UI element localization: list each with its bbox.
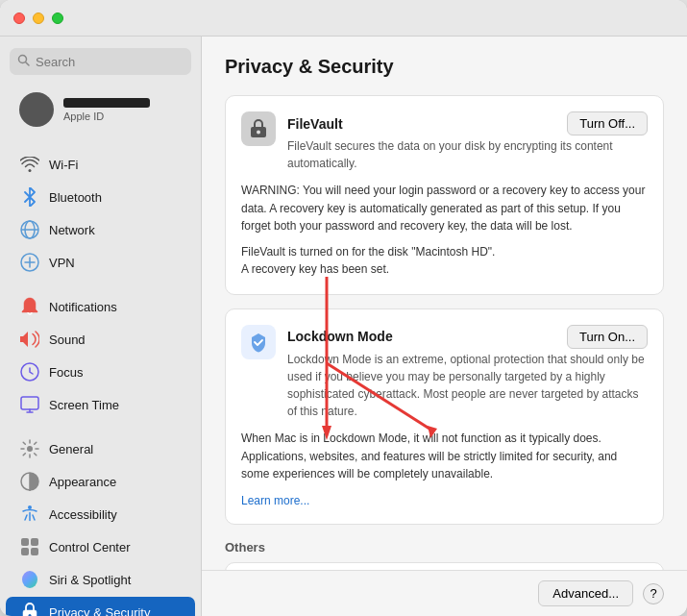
advanced-button[interactable]: Advanced... [538, 580, 633, 606]
network-icon [19, 219, 40, 240]
filevault-turn-off-button[interactable]: Turn Off... [567, 111, 648, 136]
lockdown-icon [241, 325, 276, 359]
close-button[interactable] [13, 12, 25, 24]
titlebar [0, 0, 687, 37]
lockdown-extra: When Mac is in Lockdown Mode, it will no… [241, 430, 648, 483]
help-button[interactable]: ? [643, 583, 664, 604]
sidebar-item-label-siri-spotlight: Siri & Spotlight [49, 573, 131, 587]
siri-icon [19, 569, 40, 590]
apple-id-name-bar [63, 98, 150, 108]
sidebar-item-general[interactable]: General [6, 433, 195, 464]
sidebar-item-label-wifi: Wi-Fi [49, 158, 78, 172]
bottom-bar: Advanced... ? [202, 570, 687, 616]
accessibility-icon [19, 504, 40, 525]
notifications-icon [19, 296, 40, 317]
learn-more-link[interactable]: Learn more... [241, 494, 309, 507]
lockdown-title: Lockdown Mode [287, 329, 393, 344]
sidebar-item-label-privacy-security: Privacy & Security [49, 605, 150, 617]
privacy-icon [19, 602, 40, 616]
sidebar: Apple ID Wi-Fi [0, 37, 202, 616]
sidebar-item-label-network: Network [49, 223, 95, 237]
svg-point-21 [257, 131, 260, 135]
others-list: Extensions › Profiles › [225, 562, 664, 570]
svg-rect-12 [31, 538, 38, 546]
sidebar-item-privacy-security[interactable]: Privacy & Security [6, 597, 195, 616]
page-title: Privacy & Security [225, 56, 664, 78]
svg-point-15 [22, 571, 37, 588]
search-input[interactable] [36, 55, 184, 69]
others-section-label: Others [225, 540, 664, 554]
apple-id-label: Apple ID [63, 111, 150, 122]
svg-rect-14 [31, 548, 38, 555]
sidebar-item-label-general: General [49, 442, 93, 456]
sidebar-item-network[interactable]: Network [6, 214, 195, 245]
sidebar-item-screen-time[interactable]: Screen Time [6, 389, 195, 420]
lockdown-text: Lockdown Mode Turn On... Lockdown Mode i… [287, 325, 648, 420]
apple-id-info: Apple ID [63, 98, 150, 122]
lockdown-description: Lockdown Mode is an extreme, optional pr… [287, 351, 648, 420]
general-icon [19, 438, 40, 459]
apple-id-section[interactable]: Apple ID [6, 86, 195, 135]
sidebar-item-accessibility[interactable]: Accessibility [6, 499, 195, 530]
main-content: Privacy & Security [202, 37, 687, 570]
search-icon [17, 53, 30, 70]
lockdown-card: Lockdown Mode Turn On... Lockdown Mode i… [225, 308, 664, 525]
filevault-warning: WARNING: You will need your login passwo… [241, 182, 648, 235]
sidebar-item-label-sound: Sound [49, 333, 86, 347]
svg-rect-13 [21, 548, 29, 555]
extensions-row[interactable]: Extensions › [226, 563, 663, 570]
vpn-icon [19, 252, 40, 273]
minimize-button[interactable] [33, 12, 44, 24]
sidebar-item-notifications[interactable]: Notifications [6, 291, 195, 322]
sidebar-item-bluetooth[interactable]: Bluetooth [6, 182, 195, 212]
sidebar-item-sound[interactable]: Sound [6, 324, 195, 355]
sidebar-item-control-center[interactable]: Control Center [6, 531, 195, 562]
sidebar-item-siri-spotlight[interactable]: Siri & Spotlight [6, 564, 195, 595]
lockdown-header: Lockdown Mode Turn On... Lockdown Mode i… [241, 325, 648, 420]
sidebar-item-label-bluetooth: Bluetooth [49, 190, 102, 205]
lockdown-turn-on-button[interactable]: Turn On... [567, 325, 648, 349]
filevault-title-row: FileVault Turn Off... [287, 111, 648, 136]
bluetooth-icon [19, 186, 40, 208]
focus-icon [19, 361, 40, 382]
screen-time-icon [19, 394, 40, 415]
sidebar-item-label-control-center: Control Center [49, 540, 131, 554]
svg-rect-7 [21, 397, 38, 409]
sidebar-item-focus[interactable]: Focus [6, 357, 195, 387]
filevault-title: FileVault [287, 116, 343, 132]
sidebar-item-appearance[interactable]: Appearance [6, 466, 195, 497]
sidebar-item-vpn[interactable]: VPN [6, 247, 195, 278]
maximize-button[interactable] [52, 12, 63, 24]
search-box[interactable] [10, 48, 191, 75]
wifi-icon [19, 154, 40, 175]
filevault-card: FileVault Turn Off... FileVault secures … [225, 95, 664, 295]
sidebar-item-label-appearance: Appearance [49, 475, 116, 489]
svg-rect-11 [21, 538, 29, 546]
control-center-icon [19, 536, 40, 557]
sidebar-item-label-screen-time: Screen Time [49, 398, 119, 412]
content-area: Apple ID Wi-Fi [0, 37, 687, 616]
sidebar-item-label-vpn: VPN [49, 256, 75, 270]
sidebar-item-label-notifications: Notifications [49, 300, 117, 314]
svg-line-1 [26, 62, 30, 66]
filevault-description: FileVault secures the data on your disk … [287, 137, 648, 172]
avatar [19, 92, 54, 127]
filevault-text: FileVault Turn Off... FileVault secures … [287, 111, 648, 172]
filevault-icon [241, 111, 276, 146]
sidebar-item-label-focus: Focus [49, 365, 83, 380]
sidebar-item-label-accessibility: Accessibility [49, 507, 117, 522]
sidebar-item-wifi[interactable]: Wi-Fi [6, 149, 195, 180]
svg-point-8 [27, 446, 33, 452]
filevault-header: FileVault Turn Off... FileVault secures … [241, 111, 648, 172]
appearance-icon [19, 471, 40, 492]
svg-point-10 [28, 505, 32, 509]
lockdown-title-row: Lockdown Mode Turn On... [287, 325, 648, 349]
sound-icon [19, 329, 40, 350]
system-preferences-window: Apple ID Wi-Fi [0, 0, 687, 616]
filevault-status: FileVault is turned on for the disk "Mac… [241, 243, 648, 279]
